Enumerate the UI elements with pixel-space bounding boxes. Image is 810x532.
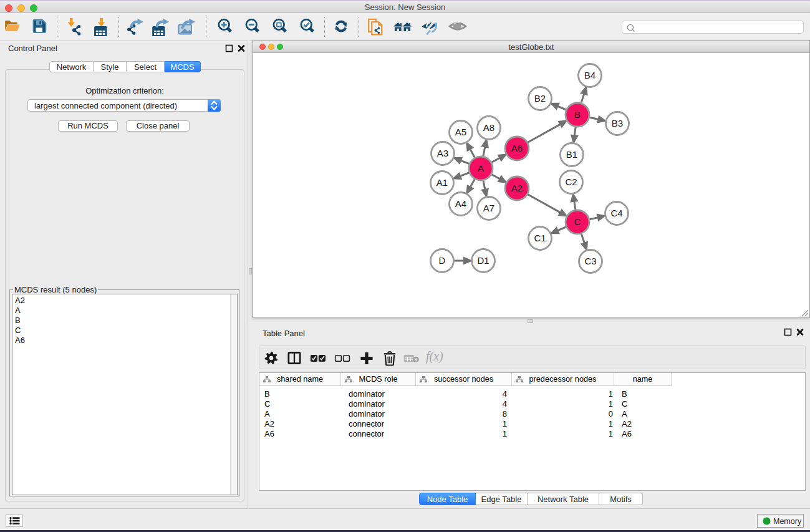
svg-text:D1: D1 [477,255,489,266]
svg-text:C3: C3 [584,256,596,266]
svg-text:B: B [574,109,581,120]
svg-text:C2: C2 [565,177,577,187]
svg-text:A4: A4 [455,198,466,209]
svg-text:A1: A1 [436,177,448,188]
svg-text:A6: A6 [511,143,523,153]
svg-text:A2: A2 [511,183,523,193]
svg-text:B4: B4 [584,70,595,80]
svg-text:A: A [478,163,484,173]
svg-text:A3: A3 [437,148,448,158]
svg-text:C4: C4 [610,208,622,218]
svg-text:A7: A7 [483,203,494,213]
svg-text:A5: A5 [455,127,466,137]
svg-text:B3: B3 [612,118,623,128]
svg-text:C: C [574,216,581,227]
svg-text:A8: A8 [483,122,494,133]
svg-text:D: D [439,255,446,266]
svg-text:B1: B1 [566,149,577,160]
svg-text:B2: B2 [534,93,546,104]
svg-text:C1: C1 [534,233,546,243]
